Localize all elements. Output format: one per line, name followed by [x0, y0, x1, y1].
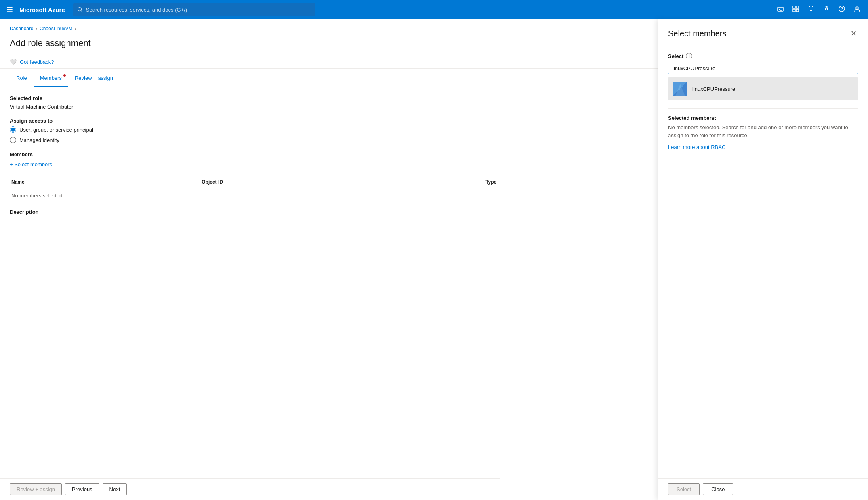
right-panel: Select members ✕ Select i linuxCPUPressu… — [658, 19, 868, 500]
svg-text:?: ? — [841, 7, 843, 11]
settings-icon[interactable] — [820, 3, 832, 17]
select-button[interactable]: Select — [668, 483, 700, 495]
right-panel-header: Select members ✕ — [658, 19, 868, 46]
hamburger-menu[interactable]: ☰ — [5, 4, 15, 16]
selected-role-value: Virtual Machine Contributor — [10, 104, 648, 110]
search-icon — [77, 7, 83, 13]
top-navigation: ☰ Microsoft Azure ? — [0, 0, 868, 19]
select-members-link[interactable]: + Select members — [10, 161, 52, 167]
feedback-bar[interactable]: 🤍 Got feedback? — [0, 55, 658, 69]
radio-user-group-label: User, group, or service principal — [19, 127, 93, 133]
selected-members-title: Selected members: — [668, 115, 858, 121]
svg-point-11 — [825, 8, 828, 10]
breadcrumb-sep-1: › — [36, 27, 37, 31]
brand-logo: Microsoft Azure — [19, 6, 65, 13]
breadcrumb-sep-2: › — [75, 27, 76, 31]
more-options-button[interactable]: ··· — [96, 38, 107, 48]
account-icon[interactable] — [851, 3, 863, 17]
radio-user-group-input[interactable] — [10, 126, 16, 133]
radio-managed-identity-label: Managed identity — [19, 137, 59, 143]
table-row: No members selected — [10, 188, 648, 203]
tab-review-assign[interactable]: Review + assign — [68, 70, 120, 87]
left-panel: Dashboard › ChaosLinuxVM › Add role assi… — [0, 19, 658, 500]
main-content: Selected role Virtual Machine Contributo… — [0, 87, 658, 226]
search-result-item[interactable]: linuxCPUPressure — [668, 77, 858, 100]
breadcrumb-chaoslinuxvm[interactable]: ChaosLinuxVM — [40, 26, 72, 31]
description-label: Description — [10, 209, 648, 215]
assign-access-radio-group: User, group, or service principal Manage… — [10, 126, 648, 143]
rbac-link[interactable]: Learn more about RBAC — [668, 144, 725, 150]
col-object-id: Object ID — [200, 176, 484, 188]
close-button[interactable]: Close — [703, 483, 733, 495]
page-header: Add role assignment ··· — [0, 35, 658, 55]
nav-icons: ? — [774, 3, 863, 17]
info-icon[interactable]: i — [686, 53, 692, 59]
col-name: Name — [10, 176, 200, 188]
right-panel-title: Select members — [668, 29, 727, 38]
radio-user-group[interactable]: User, group, or service principal — [10, 126, 648, 133]
assign-access-label: Assign access to — [10, 118, 648, 124]
portal-icon[interactable] — [790, 3, 802, 17]
next-button[interactable]: Next — [103, 483, 127, 495]
breadcrumb: Dashboard › ChaosLinuxVM › — [0, 19, 658, 35]
select-label: Select i — [668, 53, 858, 59]
tabs: Role Members Review + assign — [0, 70, 658, 87]
search-input[interactable] — [86, 7, 311, 13]
members-label: Members — [10, 151, 648, 157]
result-name: linuxCPUPressure — [692, 86, 735, 92]
table-header: Name Object ID Type — [10, 176, 648, 188]
tab-role[interactable]: Role — [10, 70, 34, 87]
selected-members-text: No members selected. Search for and add … — [668, 123, 858, 139]
member-search-input[interactable] — [668, 63, 858, 74]
svg-point-0 — [78, 8, 82, 11]
result-avatar — [673, 82, 687, 96]
radio-managed-identity[interactable]: Managed identity — [10, 137, 648, 143]
svg-point-14 — [856, 7, 858, 9]
help-icon[interactable]: ? — [836, 3, 848, 17]
notifications-icon[interactable] — [805, 3, 817, 17]
radio-managed-identity-input[interactable] — [10, 137, 16, 143]
feedback-label: Got feedback? — [20, 59, 54, 65]
svg-rect-6 — [793, 9, 795, 12]
breadcrumb-dashboard[interactable]: Dashboard — [10, 26, 34, 31]
selected-role-label: Selected role — [10, 95, 648, 101]
table-body: No members selected — [10, 188, 648, 203]
right-panel-body: Select i linuxCPUPressure Selected membe… — [658, 46, 868, 478]
members-section: Members + Select members — [10, 151, 648, 168]
cloud-shell-icon[interactable] — [774, 3, 786, 17]
right-panel-footer: Select Close — [658, 478, 868, 500]
col-type: Type — [484, 176, 648, 188]
svg-rect-4 — [793, 6, 795, 8]
members-table: Name Object ID Type No members selected — [10, 176, 648, 203]
description-section: Description — [10, 209, 648, 215]
close-panel-button[interactable]: ✕ — [849, 27, 858, 40]
svg-rect-5 — [796, 6, 799, 8]
search-bar[interactable] — [73, 3, 315, 16]
bottom-bar: Review + assign Previous Next — [0, 478, 500, 500]
tab-members[interactable]: Members — [34, 70, 68, 87]
svg-line-1 — [81, 11, 82, 13]
heart-icon: 🤍 — [10, 59, 17, 65]
members-dot — [63, 74, 66, 77]
selected-members-info: Selected members: No members selected. S… — [668, 108, 858, 151]
page-title: Add role assignment — [10, 38, 91, 48]
review-assign-button[interactable]: Review + assign — [10, 483, 62, 495]
svg-rect-7 — [796, 9, 799, 12]
no-members-cell: No members selected — [10, 188, 648, 203]
main-layout: Dashboard › ChaosLinuxVM › Add role assi… — [0, 19, 868, 500]
previous-button[interactable]: Previous — [65, 483, 99, 495]
